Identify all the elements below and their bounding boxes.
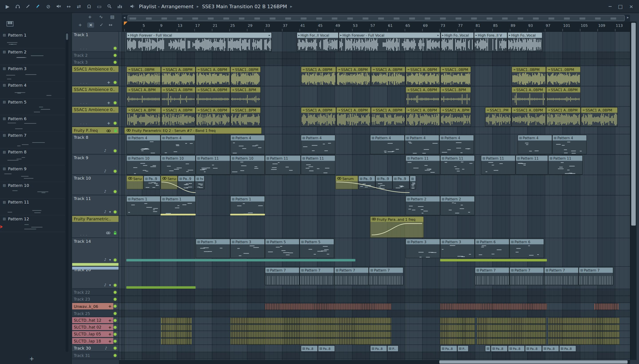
horizontal-scroll-thumb[interactable] bbox=[439, 360, 628, 364]
led-indicator[interactable] bbox=[114, 326, 117, 328]
pattern-clip[interactable]: ▤Pattern 4 bbox=[518, 135, 552, 154]
pattern-clip[interactable]: ▤Pattern 3 bbox=[196, 238, 230, 258]
automation-clip[interactable]: Serum bbox=[161, 176, 178, 189]
led-indicator[interactable] bbox=[114, 305, 117, 308]
track-header[interactable]: SLCTD..hat 12+ bbox=[72, 317, 119, 324]
pattern-clip[interactable]: ▤Pa..8 bbox=[559, 346, 576, 352]
track-header[interactable]: SSAC1 Ambience 0... . .+ bbox=[72, 107, 119, 126]
audio-clip[interactable]: ↠SSAC1 A..0BPM bbox=[406, 66, 440, 86]
audio-clip[interactable]: ↠SSAC1 A..0BPM bbox=[196, 66, 230, 86]
track-header[interactable]: Track 2 bbox=[72, 52, 119, 58]
pattern-clip[interactable]: ▤Pa..8 bbox=[542, 346, 559, 352]
audio-clip[interactable]: ↠SSAC1..0BPM bbox=[230, 66, 261, 86]
move-icon[interactable]: + bbox=[108, 332, 112, 336]
pattern-clip[interactable]: ▤Pattern 1 bbox=[161, 196, 196, 215]
clip-strip[interactable] bbox=[161, 214, 196, 215]
track-header[interactable]: Track 23 bbox=[72, 296, 119, 302]
track-header[interactable]: Track 14♪▾ bbox=[72, 238, 119, 266]
pattern-clip[interactable]: ▤Pattern 11 bbox=[515, 155, 548, 175]
piano-icon[interactable] bbox=[7, 20, 13, 28]
stem-clip[interactable] bbox=[230, 332, 391, 338]
pattern-clip[interactable]: ▤Pa..9 bbox=[144, 176, 161, 189]
pattern-clip[interactable]: ▤Pattern 4 bbox=[126, 135, 160, 154]
track-lane[interactable] bbox=[119, 324, 630, 331]
pattern-clip[interactable]: ▤Pa..8 bbox=[370, 346, 387, 352]
chevron-down-icon[interactable]: ▾ bbox=[109, 283, 111, 287]
clip-strip[interactable] bbox=[126, 286, 195, 289]
track-header[interactable]: Track 9♪ bbox=[72, 155, 119, 175]
pattern-clip[interactable]: ▤Pattern 11 bbox=[548, 155, 583, 175]
pattern-clip[interactable]: ▤Pattern 3 bbox=[440, 238, 475, 258]
audio-clip[interactable]: ↠SSAC1 A..0BPM bbox=[161, 66, 196, 86]
track-lane[interactable]: Fruity Parametric EQ 2 - Serum #7 - Band… bbox=[119, 127, 630, 134]
move-icon[interactable]: + bbox=[107, 121, 110, 126]
speaker-icon[interactable] bbox=[128, 2, 137, 10]
track-lane[interactable]: ▤Pattern 1▤Pattern 1▤Pattern 1▤Pattern 2… bbox=[119, 196, 630, 216]
stem-clip[interactable] bbox=[440, 338, 475, 344]
automation-clip[interactable]: Serum bbox=[126, 176, 143, 189]
track-lane[interactable]: Fruity Para..and 1 freq bbox=[119, 216, 630, 238]
pattern-clip[interactable]: ▤Pattern 4 bbox=[439, 135, 474, 154]
led-indicator[interactable] bbox=[114, 150, 117, 152]
track-lane[interactable] bbox=[119, 59, 630, 66]
stem-clip[interactable] bbox=[477, 338, 546, 344]
slide-tool-icon[interactable]: ∿ bbox=[99, 14, 103, 20]
close-button[interactable]: × bbox=[629, 4, 633, 9]
clip-strip[interactable] bbox=[126, 259, 355, 261]
move-icon[interactable]: + bbox=[107, 80, 110, 85]
pattern-clip[interactable]: ▤Pattern 4 bbox=[161, 135, 195, 154]
stem-clip[interactable] bbox=[548, 338, 619, 344]
meter-icon[interactable] bbox=[115, 2, 124, 10]
pattern-clip[interactable]: ▤Pa..9 bbox=[375, 176, 393, 189]
vertical-scroll-thumb[interactable] bbox=[631, 23, 636, 226]
track-lane[interactable] bbox=[119, 352, 630, 359]
list-view-icon[interactable]: ▤ bbox=[110, 14, 115, 20]
delete-tool-icon[interactable]: ⊘ bbox=[44, 2, 53, 10]
pattern-list-item[interactable]: ▤Pattern 10 bbox=[0, 182, 65, 199]
audio-clip[interactable]: ↠SSAC1 A..BPM bbox=[440, 107, 471, 126]
magnet-icon[interactable]: Ω bbox=[85, 2, 93, 10]
led-indicator[interactable] bbox=[114, 340, 117, 342]
pattern-clip[interactable]: ▤Pattern 11 bbox=[301, 155, 336, 175]
pattern-list-item[interactable]: ▤Pattern 11 bbox=[0, 199, 65, 215]
stem-clip[interactable] bbox=[161, 332, 192, 338]
audio-clip[interactable]: ↠SSAC1 A..BPM bbox=[126, 87, 161, 106]
pattern-clip[interactable]: ▤Pattern 11 bbox=[196, 155, 230, 175]
pattern-clip[interactable]: ▤P.. bbox=[457, 346, 469, 352]
audio-clip[interactable]: ↠SSAC1 A..0BPM bbox=[336, 107, 371, 126]
minimize-button[interactable]: ─ bbox=[609, 4, 611, 9]
note-icon[interactable]: ♪ bbox=[104, 258, 107, 262]
audio-clip[interactable]: ↠SSAC1 A..0BPM bbox=[406, 87, 440, 106]
pattern-clip[interactable]: ▤Pattern 7 bbox=[334, 267, 369, 286]
scroll-right-icon[interactable]: ▸ bbox=[627, 16, 629, 20]
audio-clip[interactable]: ↠SSAC1 A..0BPM bbox=[546, 107, 581, 126]
pattern-clip[interactable]: ▤Pa..8 bbox=[508, 346, 525, 352]
stem-clip[interactable] bbox=[161, 318, 192, 324]
track-lane[interactable]: ▤Pa..8▤Pa..8▤Pa..8▤P..▤Pa..8▤P..▤▤Pa..8▤… bbox=[119, 345, 630, 352]
track-lane[interactable] bbox=[119, 52, 630, 59]
scroll-thumb[interactable] bbox=[66, 34, 68, 40]
horizontal-scrollbar[interactable] bbox=[119, 360, 630, 364]
track-header[interactable]: Track 22 bbox=[72, 289, 119, 296]
pattern-clip[interactable]: ▤ bbox=[485, 346, 491, 352]
track-lane[interactable] bbox=[119, 317, 630, 324]
automation-clip[interactable]: Fruity Para..and 1 freq bbox=[370, 216, 424, 238]
stem-clip[interactable] bbox=[477, 324, 546, 331]
audio-clip[interactable]: ↠SSAC1 A..0BPM bbox=[406, 107, 440, 126]
note-icon[interactable]: ♪ bbox=[104, 210, 107, 214]
audio-clip[interactable]: ↠SSAC1 A..0BPM bbox=[371, 66, 405, 86]
audio-clip[interactable]: ↠SSAC1 A..BPM bbox=[126, 107, 161, 126]
led-indicator[interactable] bbox=[114, 190, 117, 193]
pattern-clip[interactable]: ▤Pattern 4 bbox=[301, 135, 336, 154]
led-indicator[interactable] bbox=[114, 170, 117, 173]
stem-clip[interactable] bbox=[548, 324, 619, 331]
track-lane[interactable]: ▤Pattern 10▤Pattern 10▤Pattern 11▤Patter… bbox=[119, 155, 630, 175]
pattern-clip[interactable]: ▤Pattern 5 bbox=[299, 238, 334, 258]
stem-clip[interactable] bbox=[161, 338, 192, 344]
move-icon[interactable]: + bbox=[107, 101, 110, 105]
stem-clip[interactable] bbox=[594, 303, 618, 310]
pattern-clip[interactable]: ▤Pa..9 bbox=[358, 176, 375, 189]
led-indicator[interactable] bbox=[114, 101, 117, 104]
playhead-marker[interactable] bbox=[124, 22, 128, 25]
audio-clip[interactable]: ▸High Fore..ll V bbox=[474, 32, 507, 52]
